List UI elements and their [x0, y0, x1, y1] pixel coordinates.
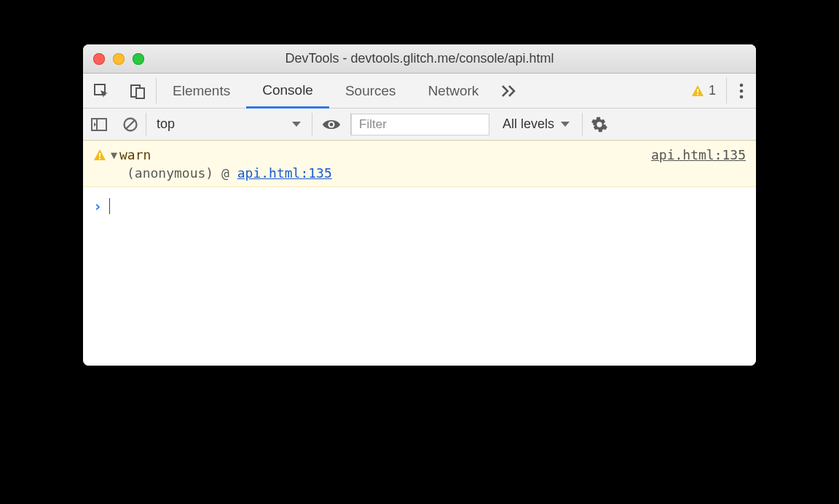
svg-line-11	[126, 120, 135, 129]
chevron-double-right-icon	[501, 84, 517, 98]
stack-frame-link[interactable]: api.html:135	[237, 165, 332, 181]
sidebar-icon	[91, 117, 107, 132]
stack-frame-prefix: (anonymous) @	[127, 165, 237, 181]
chevron-down-icon	[291, 121, 302, 128]
svg-rect-4	[697, 93, 698, 95]
toolbar-spacer	[524, 74, 681, 108]
expand-message-toggle[interactable]: ▼	[111, 149, 117, 162]
warnings-counter[interactable]: 1	[681, 74, 726, 108]
close-window-button[interactable]	[93, 53, 105, 65]
log-levels-selector[interactable]: All levels	[489, 109, 582, 140]
console-output: ▼ warn api.html:135 (anonymous) @ api.ht…	[83, 141, 756, 366]
device-icon	[130, 83, 146, 99]
svg-point-7	[740, 95, 744, 98]
filter-input[interactable]	[351, 114, 489, 135]
tab-console[interactable]: Console	[246, 74, 329, 109]
eye-icon	[321, 117, 342, 132]
main-menu-button[interactable]	[727, 74, 756, 108]
svg-rect-3	[697, 89, 698, 92]
gear-icon	[591, 117, 607, 133]
message-source-link[interactable]: api.html:135	[651, 147, 746, 162]
warning-triangle-icon	[93, 149, 106, 162]
tab-elements[interactable]: Elements	[157, 74, 246, 108]
console-sidebar-toggle[interactable]	[83, 109, 115, 140]
minimize-window-button[interactable]	[113, 53, 125, 65]
console-prompt[interactable]: ›	[83, 187, 756, 225]
tabs-overflow-button[interactable]	[495, 74, 524, 108]
inspect-icon	[93, 83, 109, 99]
zoom-window-button[interactable]	[133, 53, 144, 65]
console-settings-button[interactable]	[583, 109, 616, 140]
filter-box	[351, 109, 489, 140]
warning-triangle-icon	[691, 84, 704, 98]
devtools-window: DevTools - devtools.glitch.me/console/ap…	[83, 44, 756, 366]
kebab-menu-icon	[739, 83, 744, 99]
svg-rect-2	[136, 88, 144, 98]
svg-point-5	[740, 83, 744, 87]
svg-point-13	[330, 122, 334, 126]
prompt-caret-icon: ›	[93, 197, 102, 215]
text-cursor	[109, 198, 110, 214]
execution-context-selector[interactable]: top	[146, 109, 312, 140]
titlebar: DevTools - devtools.glitch.me/console/ap…	[83, 44, 756, 74]
clear-icon	[122, 117, 138, 133]
stack-frame: (anonymous) @ api.html:135	[93, 162, 746, 182]
console-message-warning: ▼ warn api.html:135 (anonymous) @ api.ht…	[83, 141, 756, 187]
device-toolbar-button[interactable]	[119, 74, 156, 108]
console-toolbar: top All levels	[83, 109, 756, 141]
clear-console-button[interactable]	[115, 109, 146, 140]
devtools-toolbar: Elements Console Sources Network 1	[83, 74, 756, 109]
inspect-element-button[interactable]	[83, 74, 119, 108]
tab-network[interactable]: Network	[412, 74, 495, 108]
svg-point-6	[740, 89, 744, 92]
traffic-lights	[93, 53, 144, 65]
live-expression-button[interactable]	[312, 109, 350, 140]
panel-tabs: Elements Console Sources Network	[157, 74, 495, 108]
chevron-down-icon	[560, 121, 570, 128]
window-title: DevTools - devtools.glitch.me/console/ap…	[83, 51, 756, 66]
svg-rect-14	[99, 153, 101, 157]
svg-rect-15	[99, 158, 101, 160]
context-label: top	[157, 117, 175, 132]
tab-sources[interactable]: Sources	[329, 74, 412, 108]
warnings-count-text: 1	[709, 83, 716, 98]
warning-text: warn	[119, 147, 651, 162]
levels-label: All levels	[503, 117, 554, 132]
